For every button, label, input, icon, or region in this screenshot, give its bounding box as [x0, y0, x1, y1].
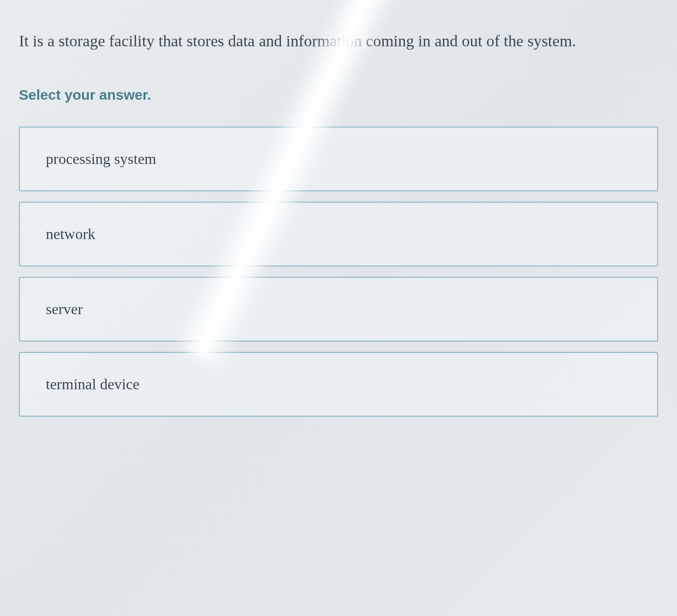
instruction-text: Select your answer.	[19, 87, 658, 103]
option-label: terminal device	[46, 376, 139, 393]
option-server[interactable]: server	[19, 277, 658, 342]
options-container: processing system network server termina…	[19, 127, 658, 417]
option-terminal-device[interactable]: terminal device	[19, 352, 658, 417]
question-text: It is a storage facility that stores dat…	[19, 28, 658, 54]
option-network[interactable]: network	[19, 202, 658, 266]
option-label: server	[46, 300, 83, 317]
option-processing-system[interactable]: processing system	[19, 127, 658, 191]
option-label: processing system	[46, 150, 156, 167]
option-label: network	[46, 225, 95, 242]
